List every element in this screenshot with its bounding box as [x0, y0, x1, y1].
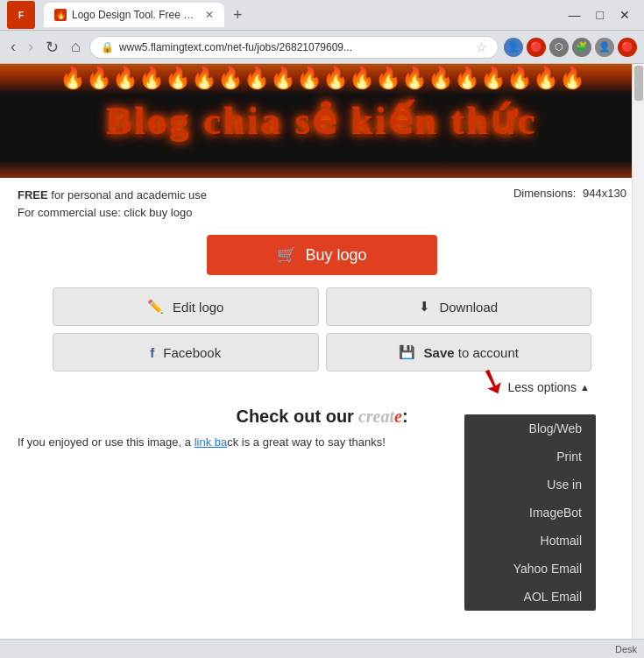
home-button[interactable]: ⌂ [67, 38, 84, 56]
download-label: Download [439, 300, 498, 315]
footer-link[interactable]: link ba [195, 435, 228, 449]
save-bold: Save [424, 345, 455, 360]
download-icon: ⬇ [419, 299, 430, 315]
address-text: www5.flamingtext.com/net-fu/jobs/2682107… [119, 41, 471, 53]
less-options-label: Less options [508, 380, 577, 394]
status-text: Desk [615, 644, 637, 654]
dimensions-label: Dimensions: [513, 187, 577, 200]
dropdown-item-print[interactable]: Print [464, 442, 596, 471]
footer-prefix: If you enjoyed or use this image, a [18, 435, 195, 449]
dropdown-item-yahooemail[interactable]: Yahoo Email [464, 555, 596, 583]
checkout-logo-inline: creat [354, 407, 394, 426]
browser-tab[interactable]: 🔥 Logo Design Tool. Free and Onli... ✕ [44, 3, 224, 27]
commercial-text: For commercial use: click buy logo [18, 204, 207, 222]
arrow-up-icon: ▲ [580, 382, 590, 393]
scrollbar[interactable] [632, 64, 644, 639]
extension-icon-5[interactable]: 👤 [595, 38, 614, 57]
browser-addressbar: ‹ › ↻ ⌂ 🔒 www5.flamingtext.com/net-fu/jo… [0, 31, 644, 64]
license-info: FREE for personal and academic use For c… [18, 187, 207, 221]
lock-icon: 🔒 [101, 41, 114, 53]
free-label: FREE [18, 188, 48, 202]
dropdown-item-hotmail[interactable]: Hotmail [464, 527, 596, 555]
tab-title: Logo Design Tool. Free and Onli... [72, 9, 195, 21]
download-button[interactable]: ⬇ Download [326, 287, 592, 326]
status-bar: Desk [0, 639, 644, 658]
taskbar-favicon: F [7, 1, 35, 29]
extension-icon-4[interactable]: 🧩 [572, 38, 591, 57]
less-options-button[interactable]: Less options ▲ [508, 380, 591, 394]
dropdown-menu: Blog/Web Print Use in ImageBot Hotmail Y… [464, 414, 596, 611]
bookmark-icon[interactable]: ☆ [476, 40, 487, 54]
facebook-button[interactable]: f Facebook [53, 333, 319, 371]
extension-icon-6[interactable]: 🔴 [618, 38, 637, 57]
edit-logo-button[interactable]: ✏️ Edit logo [53, 287, 319, 326]
tab-favicon-icon: 🔥 [54, 9, 67, 21]
save-icon: 💾 [399, 344, 415, 360]
save-label: Save to account [424, 345, 519, 360]
extension-icon-2[interactable]: 🔴 [527, 38, 546, 57]
window-controls: — □ ✕ [562, 8, 637, 22]
address-bar[interactable]: 🔒 www5.flamingtext.com/net-fu/jobs/26821… [89, 36, 499, 59]
logo-banner-text: Blog chia sẻ kiến thức [106, 98, 538, 144]
scroll-thumb[interactable] [634, 66, 643, 101]
back-button[interactable]: ‹ [7, 38, 19, 56]
footer-suffix: ck is a great way to say thanks! [227, 435, 386, 449]
browser-titlebar: F 🔥 Logo Design Tool. Free and Onli... ✕… [0, 0, 644, 31]
extension-icon-3[interactable]: ⬡ [549, 38, 569, 57]
buy-logo-button[interactable]: 🛒 Buy logo [207, 235, 436, 275]
dimensions-value: 944x130 [583, 187, 626, 200]
facebook-label: Facebook [163, 345, 221, 360]
dropdown-item-imagebot[interactable]: ImageBot [464, 499, 596, 527]
tab-close-button[interactable]: ✕ [205, 9, 214, 21]
minimize-button[interactable]: — [562, 8, 588, 22]
close-button[interactable]: ✕ [612, 8, 637, 22]
pencil-icon: ✏️ [147, 299, 164, 315]
toolbar-icons: 👤 🔴 ⬡ 🧩 👤 🔴 [504, 38, 637, 57]
page-content: 🔥🔥🔥🔥🔥🔥🔥🔥🔥🔥🔥🔥🔥🔥🔥🔥🔥🔥🔥🔥 Blog chia sẻ kiến t… [0, 64, 644, 639]
buy-section: 🛒 Buy logo [0, 228, 644, 287]
less-options-row: Less options ▲ ➘ [0, 380, 644, 394]
dropdown-item-usein[interactable]: Use in [464, 471, 596, 499]
dropdown-item-blogweb[interactable]: Blog/Web [464, 414, 596, 442]
new-tab-button[interactable]: + [228, 6, 248, 25]
cart-icon: 🛒 [277, 245, 296, 265]
dropdown-item-aolemail[interactable]: AOL Email [464, 583, 596, 611]
buy-logo-label: Buy logo [305, 246, 366, 265]
save-suffix: to account [455, 345, 519, 360]
forward-button[interactable]: › [25, 38, 37, 56]
facebook-icon: f [150, 345, 154, 360]
edit-logo-label: Edit logo [173, 300, 223, 315]
refresh-button[interactable]: ↻ [42, 38, 62, 57]
extension-icon-1[interactable]: 👤 [504, 38, 523, 57]
action-grid: ✏️ Edit logo ⬇ Download f Facebook 💾 Sav… [0, 287, 644, 371]
license-description: for personal and academic use [48, 188, 207, 202]
logo-banner: 🔥🔥🔥🔥🔥🔥🔥🔥🔥🔥🔥🔥🔥🔥🔥🔥🔥🔥🔥🔥 Blog chia sẻ kiến t… [0, 64, 644, 178]
maximize-button[interactable]: □ [590, 8, 611, 22]
info-section: FREE for personal and academic use For c… [0, 178, 644, 228]
save-to-account-button[interactable]: 💾 Save to account [326, 333, 592, 371]
checkout-suffix: e [394, 407, 402, 426]
dimensions-info: Dimensions: 944x130 [513, 187, 626, 200]
